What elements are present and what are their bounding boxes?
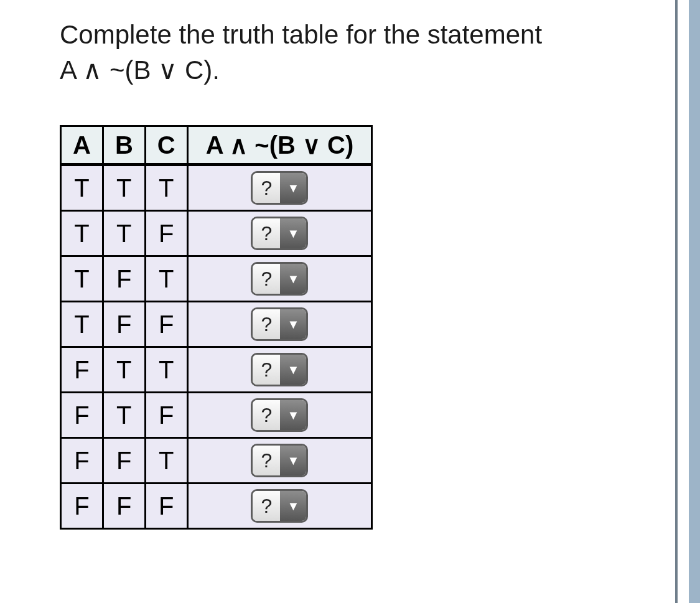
cell-a: T [61,302,103,347]
chevron-down-icon: ▼ [280,264,306,294]
chevron-down-icon: ▼ [280,446,306,475]
cell-a: F [61,438,103,484]
table-row: T T F ? ▼ [61,211,372,256]
cell-a: F [61,484,103,529]
cell-b: T [103,165,145,211]
chevron-down-icon: ▼ [280,173,306,203]
table-row: T F T ? ▼ [61,256,372,302]
chevron-down-icon: ▼ [280,309,306,339]
cell-b: T [103,393,145,438]
dropdown-value: ? [253,264,280,294]
cell-c: T [145,165,187,211]
table-row: F F T ? ▼ [61,438,372,484]
cell-c: F [145,211,187,256]
page: Complete the truth table for the stateme… [0,0,700,603]
cell-a: F [61,393,103,438]
cell-answer: ? ▼ [187,302,372,347]
cell-answer: ? ▼ [187,165,372,211]
answer-dropdown[interactable]: ? ▼ [251,307,308,341]
header-c: C [145,126,187,165]
answer-dropdown[interactable]: ? ▼ [251,489,308,523]
dropdown-value: ? [253,173,280,203]
answer-dropdown[interactable]: ? ▼ [251,398,308,432]
chevron-down-icon: ▼ [280,491,306,521]
table-row: T T T ? ▼ [61,165,372,211]
cell-answer: ? ▼ [187,393,372,438]
question-line-1: Complete the truth table for the stateme… [60,20,542,49]
dropdown-value: ? [253,400,280,430]
cell-c: T [145,438,187,484]
dropdown-value: ? [253,309,280,339]
cell-b: F [103,302,145,347]
answer-dropdown[interactable]: ? ▼ [251,171,308,205]
chevron-down-icon: ▼ [280,355,306,385]
dropdown-value: ? [253,491,280,521]
answer-dropdown[interactable]: ? ▼ [251,444,308,477]
cell-answer: ? ▼ [187,484,372,529]
cell-b: F [103,438,145,484]
header-a: A [61,126,103,165]
header-b: B [103,126,145,165]
question-line-2: A ∧ ~(B ∨ C). [60,55,220,85]
answer-dropdown[interactable]: ? ▼ [251,262,308,296]
table-row: T F F ? ▼ [61,302,372,347]
cell-b: T [103,347,145,393]
cell-b: T [103,211,145,256]
cell-a: T [61,211,103,256]
dropdown-value: ? [253,218,280,248]
cell-c: F [145,484,187,529]
cell-answer: ? ▼ [187,211,372,256]
cell-answer: ? ▼ [187,438,372,484]
cell-c: F [145,393,187,438]
answer-dropdown[interactable]: ? ▼ [251,217,308,250]
table-header-row: A B C A ∧ ~(B ∨ C) [61,126,372,165]
table-row: F T T ? ▼ [61,347,372,393]
dropdown-value: ? [253,355,280,385]
cell-a: F [61,347,103,393]
answer-dropdown[interactable]: ? ▼ [251,353,308,386]
cell-c: T [145,256,187,302]
cell-b: F [103,256,145,302]
cell-answer: ? ▼ [187,347,372,393]
dropdown-value: ? [253,446,280,475]
truth-table: A B C A ∧ ~(B ∨ C) T T T ? ▼ T T [60,125,373,530]
cell-c: F [145,302,187,347]
cell-a: T [61,256,103,302]
cell-b: F [103,484,145,529]
chevron-down-icon: ▼ [280,218,306,248]
header-expression: A ∧ ~(B ∨ C) [187,126,372,165]
chevron-down-icon: ▼ [280,400,306,430]
question-text: Complete the truth table for the stateme… [60,17,620,88]
table-row: F F F ? ▼ [61,484,372,529]
cell-a: T [61,165,103,211]
cell-answer: ? ▼ [187,256,372,302]
table-row: F T F ? ▼ [61,393,372,438]
cell-c: T [145,347,187,393]
